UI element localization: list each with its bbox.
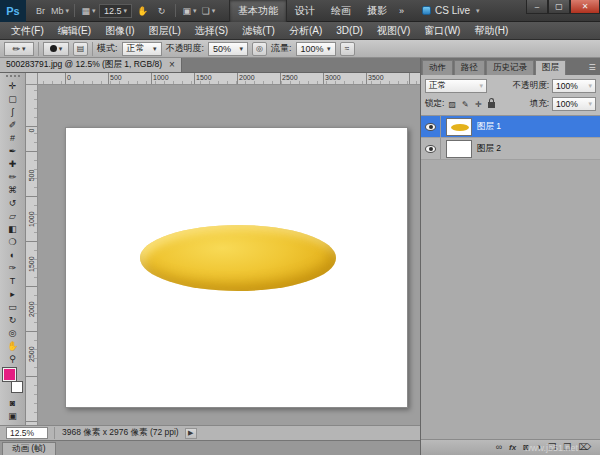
workspace-painting[interactable]: 绘画: [323, 0, 359, 22]
menu-filter[interactable]: 滤镜(T): [235, 24, 282, 38]
layer2-visibility-toggle[interactable]: [421, 138, 441, 159]
menu-view[interactable]: 视图(V): [370, 24, 417, 38]
tab-paths[interactable]: 路径: [454, 60, 485, 75]
vertical-ruler[interactable]: 0 500 1000 1500 2000 2500: [26, 85, 38, 425]
new-group-icon[interactable]: ❒: [548, 443, 556, 452]
hand-tool-icon[interactable]: ✋: [134, 3, 151, 18]
layer-row-layer1[interactable]: 图层 1: [421, 116, 600, 138]
layer-style-icon[interactable]: fx: [509, 444, 516, 452]
gradient-tool[interactable]: ◧: [2, 222, 24, 235]
workspace-design[interactable]: 设计: [287, 0, 323, 22]
rotate-view-icon[interactable]: ↻: [153, 3, 170, 18]
arrange-documents-icon[interactable]: ▣: [181, 3, 198, 18]
brush-picker[interactable]: [43, 42, 69, 56]
blur-tool[interactable]: ❍: [2, 235, 24, 248]
link-layers-icon[interactable]: ∞: [496, 443, 502, 452]
healing-brush-tool[interactable]: ✚: [2, 157, 24, 170]
rectangular-marquee-tool[interactable]: ▢: [2, 92, 24, 105]
menu-select[interactable]: 选择(S): [188, 24, 235, 38]
screen-mode-button[interactable]: ▣: [2, 409, 24, 422]
3d-rotate-tool[interactable]: ↻: [2, 313, 24, 326]
animation-panel-tab[interactable]: 动画 (帧): [2, 442, 56, 455]
mini-bridge-icon[interactable]: Mb: [51, 3, 69, 18]
document-tab[interactable]: 500283791.jpg @ 12.5% (图层 1, RGB/8) ×: [0, 58, 182, 72]
close-button[interactable]: ✕: [570, 0, 600, 14]
tab-history[interactable]: 历史记录: [486, 60, 534, 75]
lock-transparent-pixels-icon[interactable]: ▨: [447, 100, 457, 109]
crop-tool[interactable]: #: [2, 131, 24, 144]
layer-blend-mode-select[interactable]: 正常: [425, 79, 487, 93]
flow-select[interactable]: 100%: [296, 42, 336, 56]
layer1-name[interactable]: 图层 1: [477, 121, 501, 133]
blend-mode-select[interactable]: 正常: [122, 42, 162, 56]
clone-stamp-tool[interactable]: ⌘: [2, 183, 24, 196]
zoom-level-input[interactable]: 12.5: [99, 4, 132, 18]
toggle-brush-panel-icon[interactable]: ▤: [73, 42, 88, 56]
quick-mask-button[interactable]: ◙: [2, 396, 24, 409]
status-options-arrow-icon[interactable]: ▶: [185, 428, 197, 439]
menu-file[interactable]: 文件(F): [4, 24, 51, 38]
tab-close-icon[interactable]: ×: [169, 60, 175, 70]
tab-actions[interactable]: 动作: [422, 60, 453, 75]
layer1-visibility-toggle[interactable]: [421, 116, 441, 137]
menu-3d[interactable]: 3D(D): [329, 25, 370, 36]
new-layer-icon[interactable]: ❐: [563, 443, 571, 452]
pressure-opacity-icon[interactable]: ◎: [252, 42, 267, 56]
delete-layer-icon[interactable]: ⌦: [578, 443, 591, 452]
view-extras-icon[interactable]: ▦: [80, 3, 97, 18]
quick-selection-tool[interactable]: ✐: [2, 118, 24, 131]
eyedropper-tool[interactable]: ✒: [2, 144, 24, 157]
move-tool[interactable]: ✛: [2, 79, 24, 92]
workspace-essentials[interactable]: 基本功能: [229, 0, 287, 22]
path-selection-tool[interactable]: ▸: [2, 287, 24, 300]
dodge-tool[interactable]: ◐: [2, 248, 24, 261]
launch-bridge-icon[interactable]: Br: [32, 3, 49, 18]
add-layer-mask-icon[interactable]: ◙: [523, 443, 528, 452]
background-color-swatch[interactable]: [11, 381, 23, 393]
canvas-viewport[interactable]: [38, 85, 420, 425]
opacity-select[interactable]: 50%: [208, 42, 248, 56]
brush-tool[interactable]: ✏: [2, 170, 24, 183]
document-canvas[interactable]: [65, 127, 408, 408]
foreground-color-swatch[interactable]: [3, 368, 16, 381]
screen-mode-icon[interactable]: ❏: [200, 3, 217, 18]
menu-layer[interactable]: 图层(L): [142, 24, 188, 38]
eraser-tool[interactable]: ▱: [2, 209, 24, 222]
3d-orbit-tool[interactable]: ◎: [2, 326, 24, 339]
adjustment-layer-icon[interactable]: ◑: [536, 443, 541, 452]
panel-menu-icon[interactable]: ☰: [584, 63, 600, 75]
zoom-tool[interactable]: ⚲: [2, 352, 24, 365]
menu-edit[interactable]: 编辑(E): [51, 24, 98, 38]
layer1-thumbnail[interactable]: [446, 118, 472, 136]
workspace-photography[interactable]: 摄影: [359, 0, 395, 22]
lock-image-pixels-icon[interactable]: ✎: [460, 100, 470, 109]
workspace-overflow-chevron[interactable]: »: [395, 0, 408, 22]
layer2-thumbnail[interactable]: [446, 140, 472, 158]
layer-fill-select[interactable]: 100%: [552, 97, 596, 111]
ruler-corner[interactable]: [26, 73, 38, 85]
cs-live-button[interactable]: CS Live: [422, 5, 480, 16]
menu-analysis[interactable]: 分析(A): [282, 24, 329, 38]
horizontal-ruler[interactable]: 0 500 1000 1500 2000 2500 3000 3500: [38, 73, 420, 85]
airbrush-icon[interactable]: ≈: [340, 42, 355, 56]
lock-position-icon[interactable]: ✛: [473, 100, 483, 109]
layer2-name[interactable]: 图层 2: [477, 143, 501, 155]
menu-window[interactable]: 窗口(W): [417, 24, 467, 38]
tab-layers[interactable]: 图层: [535, 60, 566, 75]
menu-image[interactable]: 图像(I): [98, 24, 141, 38]
photoshop-logo[interactable]: Ps: [0, 0, 26, 22]
lasso-tool[interactable]: ʃ: [2, 105, 24, 118]
status-zoom-input[interactable]: 12.5%: [6, 427, 48, 439]
type-tool[interactable]: T: [2, 274, 24, 287]
restore-button[interactable]: ▢: [548, 0, 570, 14]
menu-help[interactable]: 帮助(H): [467, 24, 515, 38]
pen-tool[interactable]: ✑: [2, 261, 24, 274]
history-brush-tool[interactable]: ↺: [2, 196, 24, 209]
layer-opacity-select[interactable]: 100%: [552, 79, 596, 93]
layer-row-layer2[interactable]: 图层 2: [421, 138, 600, 160]
minimize-button[interactable]: –: [526, 0, 548, 14]
panel-grip[interactable]: [6, 75, 20, 77]
tool-preset-picker[interactable]: ✏: [4, 42, 34, 56]
lock-all-icon[interactable]: [488, 102, 495, 108]
rectangle-tool[interactable]: ▭: [2, 300, 24, 313]
